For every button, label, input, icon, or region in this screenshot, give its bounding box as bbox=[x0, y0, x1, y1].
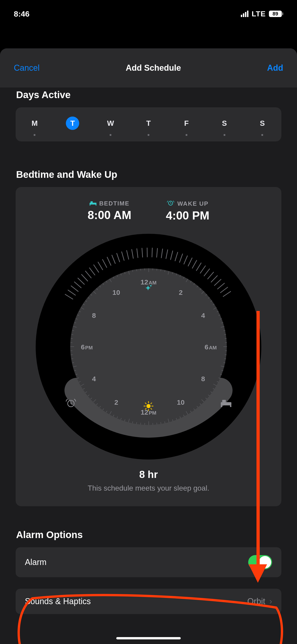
network-type: LTE bbox=[252, 10, 266, 18]
battery-icon: 89 bbox=[269, 10, 283, 17]
clock-label-6am: 6AM bbox=[205, 343, 217, 351]
svg-rect-6 bbox=[221, 402, 232, 406]
clock-label-10l: 10 bbox=[112, 288, 120, 296]
battery-percent: 89 bbox=[272, 11, 278, 17]
sleep-dial[interactable]: 12AM 2 4 6AM 8 10 12PM 2 4 6PM 8 10 bbox=[36, 234, 261, 460]
day-dot-icon bbox=[261, 134, 263, 136]
clock-label-6pm: 6PM bbox=[81, 343, 93, 351]
day-toggle-3[interactable]: T bbox=[142, 116, 155, 136]
day-toggle-2[interactable]: W bbox=[104, 116, 117, 136]
day-letter: M bbox=[28, 116, 41, 130]
svg-line-17 bbox=[151, 403, 152, 404]
days-active-heading: Days Active bbox=[0, 89, 297, 100]
alarm-options-list: Alarm Sounds & Haptics Orbit › bbox=[16, 547, 281, 614]
sounds-row-value: Orbit bbox=[247, 596, 265, 606]
svg-line-15 bbox=[145, 403, 146, 404]
day-letter: S bbox=[256, 116, 269, 130]
bed-icon bbox=[90, 200, 96, 207]
day-letter: F bbox=[180, 116, 193, 130]
day-letter: W bbox=[104, 116, 117, 130]
svg-rect-7 bbox=[221, 406, 222, 407]
wakeup-value: 4:00 PM bbox=[166, 209, 209, 222]
alarm-row-label: Alarm bbox=[25, 558, 46, 567]
wakeup-label: WAKE UP bbox=[167, 200, 208, 208]
bedtime-heading: Bedtime and Wake Up bbox=[0, 169, 297, 180]
day-dot-icon bbox=[148, 134, 150, 136]
svg-point-10 bbox=[146, 404, 150, 408]
day-toggle-1[interactable]: T bbox=[66, 116, 79, 136]
add-button[interactable]: Add bbox=[267, 63, 283, 73]
cellular-signal-icon bbox=[241, 10, 248, 17]
modal-sheet: Cancel Add Schedule Add Days Active MTWT… bbox=[0, 48, 297, 644]
sleep-duration: 8 hr bbox=[139, 469, 158, 480]
day-letter: T bbox=[142, 116, 155, 130]
bedtime-value: 8:00 AM bbox=[88, 208, 132, 222]
day-dot-icon bbox=[224, 134, 226, 136]
svg-rect-2 bbox=[96, 204, 96, 206]
svg-rect-8 bbox=[230, 406, 232, 407]
clock-label-4b: 4 bbox=[92, 375, 96, 383]
day-letter: T bbox=[66, 116, 79, 130]
sun-icon bbox=[144, 401, 154, 412]
svg-line-16 bbox=[151, 408, 152, 409]
cancel-button[interactable]: Cancel bbox=[14, 63, 40, 73]
stars-icon bbox=[144, 284, 153, 294]
bedtime-column: BEDTIME 8:00 AM bbox=[88, 200, 132, 222]
home-indicator[interactable] bbox=[116, 637, 181, 640]
day-letter: S bbox=[218, 116, 231, 130]
chevron-right-icon: › bbox=[269, 596, 272, 606]
days-active-card: MTWTFSS bbox=[16, 107, 281, 142]
bedtime-handle[interactable] bbox=[218, 395, 234, 411]
sounds-row-label: Sounds & Haptics bbox=[25, 596, 91, 606]
alarm-options-heading: Alarm Options bbox=[0, 529, 297, 540]
status-right: LTE 89 bbox=[241, 10, 283, 18]
status-time: 8:46 bbox=[14, 10, 30, 18]
day-toggle-0[interactable]: M bbox=[28, 116, 41, 136]
bedtime-wake-row: BEDTIME 8:00 AM WAKE UP 4:00 PM bbox=[88, 200, 210, 222]
bedtime-card: BEDTIME 8:00 AM WAKE UP 4:00 PM bbox=[16, 187, 281, 506]
page-title: Add Schedule bbox=[126, 63, 181, 73]
alarm-toggle-row[interactable]: Alarm bbox=[16, 547, 281, 577]
svg-rect-3 bbox=[90, 201, 93, 203]
day-toggle-6[interactable]: S bbox=[256, 116, 269, 136]
day-toggle-4[interactable]: F bbox=[180, 116, 193, 136]
clock-label-10: 10 bbox=[177, 398, 184, 406]
sounds-haptics-row[interactable]: Sounds & Haptics Orbit › bbox=[16, 589, 281, 614]
sleep-goal-text: This schedule meets your sleep goal. bbox=[88, 484, 209, 492]
alarm-switch[interactable] bbox=[248, 555, 272, 569]
clock-label-2: 2 bbox=[179, 288, 183, 296]
status-bar: 8:46 LTE 89 bbox=[0, 0, 297, 28]
day-toggle-5[interactable]: S bbox=[218, 116, 231, 136]
day-dot-icon bbox=[186, 134, 188, 136]
bedtime-label: BEDTIME bbox=[90, 200, 130, 207]
svg-rect-9 bbox=[222, 400, 226, 402]
day-dot-icon bbox=[110, 134, 112, 136]
clock-label-8b: 8 bbox=[92, 312, 96, 320]
alarm-clock-icon bbox=[167, 200, 174, 208]
clock-label-2b: 2 bbox=[114, 398, 118, 406]
sheet-content[interactable]: Days Active MTWTFSS Bedtime and Wake Up … bbox=[0, 88, 297, 644]
clock-label-8: 8 bbox=[201, 375, 205, 383]
day-dot-icon bbox=[34, 134, 36, 136]
svg-rect-1 bbox=[90, 204, 90, 206]
nav-bar: Cancel Add Schedule Add bbox=[0, 48, 297, 88]
wakeup-column: WAKE UP 4:00 PM bbox=[166, 200, 209, 222]
svg-rect-0 bbox=[90, 203, 96, 204]
clock-label-4: 4 bbox=[201, 312, 205, 320]
wake-handle[interactable] bbox=[63, 395, 79, 411]
svg-line-18 bbox=[145, 408, 146, 409]
